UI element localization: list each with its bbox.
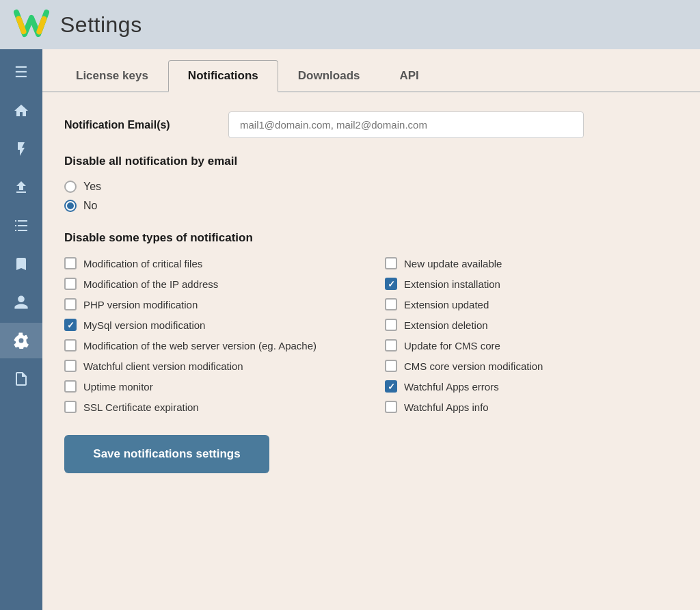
- tab-downloads[interactable]: Downloads: [278, 60, 380, 92]
- checkbox-new-update[interactable]: New update available: [385, 257, 678, 269]
- main-layout: ☰ License keys Notifications: [0, 49, 700, 610]
- sidebar-item-user[interactable]: [0, 284, 42, 320]
- checkbox-ssl-label: SSL Certificate expiration: [83, 401, 199, 413]
- radio-no-label: No: [83, 200, 97, 212]
- checkbox-cms-version-indicator: [385, 360, 397, 372]
- checkbox-cms-update-label: Update for CMS core: [404, 340, 500, 352]
- checkbox-cms-version-label: CMS core version modification: [404, 360, 543, 372]
- checkbox-critical-files-indicator: [64, 257, 77, 269]
- checkbox-ext-install-indicator: [385, 278, 397, 290]
- sidebar-item-settings[interactable]: [0, 323, 42, 358]
- checkbox-ssl-indicator: [64, 401, 77, 413]
- checkbox-ext-deletion-label: Extension deletion: [404, 319, 488, 331]
- checkbox-ip-address-indicator: [64, 278, 77, 290]
- checkbox-ext-deletion[interactable]: Extension deletion: [385, 319, 678, 331]
- sidebar-item-upload[interactable]: [0, 170, 42, 205]
- radio-no[interactable]: No: [64, 200, 678, 212]
- checkbox-ext-updated[interactable]: Extension updated: [385, 298, 678, 310]
- sidebar-item-document[interactable]: [0, 361, 42, 397]
- checkbox-ext-updated-label: Extension updated: [404, 299, 489, 310]
- checkbox-apps-errors[interactable]: Watchful Apps errors: [385, 380, 678, 393]
- checkbox-php-version-label: PHP version modification: [83, 299, 198, 310]
- checkbox-uptime[interactable]: Uptime monitor: [64, 380, 358, 393]
- logo: [14, 5, 49, 44]
- disable-all-title: Disable all notification by email: [64, 155, 678, 168]
- top-header: Settings: [0, 0, 700, 49]
- checkbox-web-server[interactable]: Modification of the web server version (…: [64, 339, 358, 352]
- checkbox-watchful-client-label: Watchful client version modification: [83, 360, 243, 372]
- checkbox-watchful-client[interactable]: Watchful client version modification: [64, 360, 358, 372]
- sidebar-item-activity[interactable]: [0, 131, 42, 167]
- checkbox-apps-info[interactable]: Watchful Apps info: [385, 401, 678, 413]
- checkbox-ssl[interactable]: SSL Certificate expiration: [64, 401, 358, 413]
- checkbox-grid: Modification of critical files New updat…: [64, 257, 678, 413]
- sidebar-item-home[interactable]: [0, 93, 42, 129]
- email-input[interactable]: [228, 111, 584, 138]
- sidebar-item-bookmark[interactable]: [0, 246, 42, 282]
- checkbox-apps-errors-label: Watchful Apps errors: [404, 381, 499, 393]
- checkbox-web-server-indicator: [64, 339, 77, 352]
- tab-api[interactable]: API: [379, 60, 438, 92]
- checkbox-uptime-indicator: [64, 380, 77, 393]
- radio-yes-label: Yes: [83, 181, 101, 193]
- checkbox-new-update-label: New update available: [404, 258, 502, 269]
- tab-bar: License keys Notifications Downloads API: [42, 49, 700, 92]
- checkbox-ext-updated-indicator: [385, 298, 397, 310]
- checkbox-cms-update[interactable]: Update for CMS core: [385, 339, 678, 352]
- page-title: Settings: [60, 12, 142, 38]
- checkbox-cms-update-indicator: [385, 339, 397, 352]
- checkbox-ip-address-label: Modification of the IP address: [83, 278, 218, 290]
- checkbox-apps-info-label: Watchful Apps info: [404, 401, 489, 413]
- disable-types-title: Disable some types of notification: [64, 231, 678, 245]
- disable-all-radio-group: Yes No: [64, 181, 678, 212]
- save-notifications-button[interactable]: Save notifications settings: [64, 435, 269, 473]
- checkbox-critical-files-label: Modification of critical files: [83, 258, 202, 269]
- checkbox-uptime-label: Uptime monitor: [83, 381, 153, 393]
- checkbox-apps-info-indicator: [385, 401, 397, 413]
- checkbox-mysql-version-label: MySql version modification: [83, 319, 205, 331]
- sidebar: ☰: [0, 49, 42, 610]
- tab-license-keys[interactable]: License keys: [56, 60, 168, 92]
- checkbox-ext-deletion-indicator: [385, 319, 397, 331]
- notifications-form: Notification Email(s) Disable all notifi…: [42, 92, 700, 492]
- checkbox-ip-address[interactable]: Modification of the IP address: [64, 278, 358, 290]
- checkbox-cms-version[interactable]: CMS core version modification: [385, 360, 678, 372]
- sidebar-item-menu[interactable]: ☰: [0, 55, 42, 90]
- checkbox-web-server-label: Modification of the web server version (…: [83, 340, 317, 352]
- email-label: Notification Email(s): [64, 119, 215, 131]
- checkbox-php-version[interactable]: PHP version modification: [64, 298, 358, 310]
- radio-yes-indicator: [64, 181, 77, 193]
- checkbox-critical-files[interactable]: Modification of critical files: [64, 257, 358, 269]
- checkbox-ext-install-label: Extension installation: [404, 278, 500, 290]
- radio-no-indicator: [64, 200, 77, 212]
- tab-notifications[interactable]: Notifications: [168, 60, 278, 92]
- checkbox-mysql-version[interactable]: MySql version modification: [64, 319, 358, 331]
- checkbox-new-update-indicator: [385, 257, 397, 269]
- radio-yes[interactable]: Yes: [64, 181, 678, 193]
- email-row: Notification Email(s): [64, 111, 678, 138]
- checkbox-ext-install[interactable]: Extension installation: [385, 278, 678, 290]
- checkbox-php-version-indicator: [64, 298, 77, 310]
- content-area: License keys Notifications Downloads API…: [42, 49, 700, 610]
- checkbox-mysql-version-indicator: [64, 319, 77, 331]
- sidebar-item-list[interactable]: [0, 208, 42, 243]
- checkbox-apps-errors-indicator: [385, 380, 397, 393]
- checkbox-watchful-client-indicator: [64, 360, 77, 372]
